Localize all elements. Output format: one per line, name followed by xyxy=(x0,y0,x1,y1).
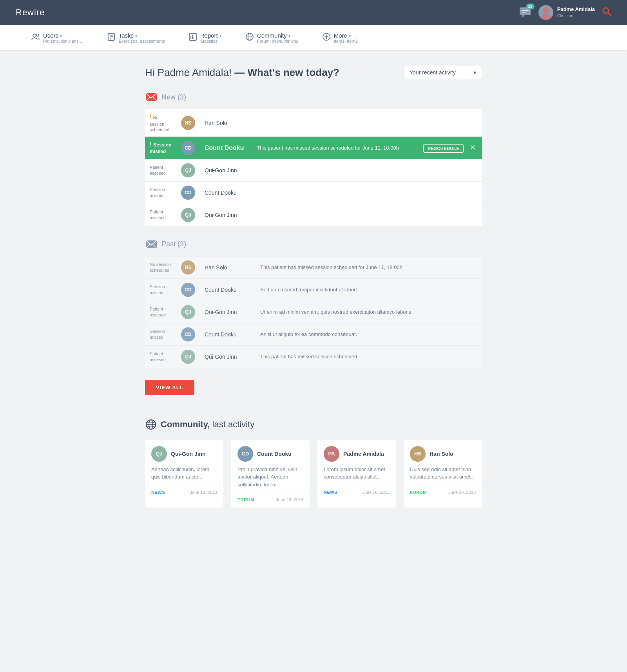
nav-sub-tasks: Exercises, assessments xyxy=(119,39,165,43)
community-card-footer: NEWS June 18, 2013 xyxy=(317,486,396,500)
table-row: Session missed CD Count Dooku Sed do eiu… xyxy=(145,278,482,301)
past-activity-table: No session scheduled HS Han Solo This pa… xyxy=(145,256,482,368)
community-date: June 18, 2013 xyxy=(448,490,476,495)
community-card-name: Qui-Gon Jinn xyxy=(171,451,206,457)
nav-label-users: Users ▾ xyxy=(43,32,83,39)
avatar: QJ xyxy=(181,350,195,364)
svg-rect-14 xyxy=(189,33,196,40)
nav-item-tasks[interactable]: Tasks ▾ Exercises, assessments xyxy=(107,32,165,43)
table-row: Session missed CD Count Dooku xyxy=(145,181,482,204)
chevron-down-icon: ▾ xyxy=(473,69,476,76)
table-row: No session scheduled HS Han Solo This pa… xyxy=(145,256,482,278)
chat-button[interactable]: 19 xyxy=(519,6,531,20)
avatar: QJ xyxy=(181,163,195,177)
avatar-cell: CD xyxy=(176,137,200,159)
page-header: Hi Padme Amidala! — What's new today? Yo… xyxy=(145,66,482,79)
view-all-button[interactable]: VIEW ALL xyxy=(145,380,194,395)
user-profile[interactable]: Padme Amidala Clinician xyxy=(538,5,595,20)
message-cell: This patient has missed session schedule… xyxy=(256,256,469,278)
community-date: June 18, 2013 xyxy=(362,490,390,495)
table-row: Patient assesed QJ Qui-Gon Jinn Ut enim … xyxy=(145,301,482,323)
avatar-cell: QJ xyxy=(176,204,200,226)
tasks-icon xyxy=(107,33,116,43)
main-nav: Users ▾ Patients, clinicians ... Tasks ▾… xyxy=(0,25,627,50)
action-cell: RESCHEDULE ✕ xyxy=(414,137,482,159)
nav-label-community: Community ▾ xyxy=(257,32,299,39)
community-card-name: Han Solo xyxy=(429,451,453,457)
community-card: PA Padme Amidala Lorem ipsum dolor sit a… xyxy=(317,440,396,508)
community-card-name: Count Dooku xyxy=(257,451,292,457)
past-envelope-icon xyxy=(145,238,158,251)
status-cell: No session scheduled xyxy=(145,256,176,278)
community-card-body: Lorem ipsum dolor sit amet consecuetur a… xyxy=(317,466,396,486)
name-cell: Count Dooku xyxy=(200,181,252,204)
message-cell: This patient has missed session schedule… xyxy=(252,137,414,159)
nav-item-report[interactable]: Report ▾ Statistics xyxy=(188,32,222,43)
close-button[interactable]: ✕ xyxy=(468,143,477,152)
name-cell: Qui-Gon Jinn xyxy=(200,301,256,323)
status-cell: Patient assesed xyxy=(145,159,176,181)
status-cell: Session missed xyxy=(145,278,176,301)
name-cell: Qui-Gon Jinn xyxy=(200,345,256,368)
past-section-title: Past (3) xyxy=(161,240,186,248)
community-card-footer: FORUM June 18, 2013 xyxy=(404,486,482,500)
status-cell: Session missed xyxy=(145,181,176,204)
nav-item-community[interactable]: Community ▾ Forum, news, ranking xyxy=(245,32,299,43)
user-info: Padme Amidala Clinician xyxy=(557,6,595,18)
name-cell: Han Solo xyxy=(200,256,256,278)
nav-item-users[interactable]: Users ▾ Patients, clinicians ... xyxy=(31,32,83,43)
table-row: Patient assesed QJ Qui-Gon Jinn This pat… xyxy=(145,345,482,368)
table-row: Patient assesed QJ Qui-Gon Jinn xyxy=(145,204,482,226)
svg-point-5 xyxy=(541,14,551,20)
activity-dropdown[interactable]: Your recent activity ▾ xyxy=(404,66,482,79)
svg-point-9 xyxy=(36,34,39,36)
avatar: CD xyxy=(181,327,195,341)
community-card: CD Count Dooku Proin gravida nibh vel ve… xyxy=(231,440,310,508)
avatar-cell: QJ xyxy=(176,159,200,181)
avatar: PA xyxy=(324,446,339,462)
avatar xyxy=(538,5,553,20)
community-card-body: Aenean sollicitudin, lorem quis bibendum… xyxy=(145,466,223,486)
avatar: QJ xyxy=(181,208,195,222)
nav-label-report: Report ▾ xyxy=(200,32,222,39)
community-tag: NEWS xyxy=(324,490,337,495)
avatar: CD xyxy=(237,446,253,462)
status-cell: !No session scheduled xyxy=(145,109,176,137)
name-cell: Qui-Gon Jinn xyxy=(200,159,252,181)
community-card-footer: NEWS June 18, 2013 xyxy=(145,486,223,500)
avatar-cell: HS xyxy=(176,109,200,137)
new-envelope-icon xyxy=(145,91,158,103)
new-activity-table: !No session scheduled HS Han Solo !Sessi… xyxy=(145,109,482,226)
name-cell: Count Dooku xyxy=(200,137,252,159)
user-role: Clinician xyxy=(557,13,595,18)
message-cell xyxy=(252,204,414,226)
avatar-cell: CD xyxy=(176,181,200,204)
chat-badge: 19 xyxy=(526,4,535,9)
community-title: Community, last activity xyxy=(161,419,254,430)
community-card-name: Padme Amidala xyxy=(343,451,384,457)
nav-label-more: More ▾ xyxy=(334,32,358,39)
community-header: Community, last activity xyxy=(145,419,482,430)
nav-sub-users: Patients, clinicians ... xyxy=(43,39,83,43)
table-row: Session missed CD Count Dooku Anisi ut a… xyxy=(145,323,482,345)
past-section-header: Past (3) xyxy=(145,238,482,251)
svg-point-8 xyxy=(33,34,36,37)
name-cell: Han Solo xyxy=(200,109,252,137)
status-cell: Patient assesed xyxy=(145,301,176,323)
search-icon[interactable] xyxy=(602,7,611,18)
nav-sub-more: Item1, Item2 xyxy=(334,39,358,43)
warning-icon: ! xyxy=(150,114,151,120)
reschedule-button[interactable]: RESCHEDULE xyxy=(423,144,464,153)
name-cell: Count Dooku xyxy=(200,323,256,345)
nav-item-more[interactable]: More ▾ Item1, Item2 xyxy=(322,32,358,43)
avatar: HS xyxy=(181,260,195,275)
nav-sub-community: Forum, news, ranking xyxy=(257,39,299,43)
user-name: Padme Amidala xyxy=(557,6,595,13)
community-card-body: Duis sed odio sit amet nibh vulputate cu… xyxy=(404,466,482,486)
avatar: QJ xyxy=(151,446,167,462)
past-section-content: No session scheduled HS Han Solo This pa… xyxy=(145,256,482,368)
message-cell: This patient has missed session schedule… xyxy=(256,345,469,368)
status-cell: !Session missed xyxy=(145,137,176,159)
message-cell xyxy=(252,159,414,181)
community-date: June 18, 2013 xyxy=(190,490,217,495)
